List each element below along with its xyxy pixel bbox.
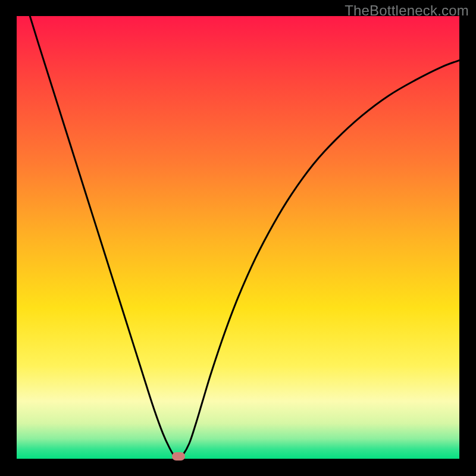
bottleneck-curve — [17, 16, 459, 459]
watermark-text: TheBottleneck.com — [345, 2, 469, 19]
chart-container: TheBottleneck.com — [0, 0, 476, 476]
svg-rect-0 — [17, 16, 459, 459]
plot-area — [17, 16, 459, 459]
optimal-point-marker — [172, 452, 185, 461]
